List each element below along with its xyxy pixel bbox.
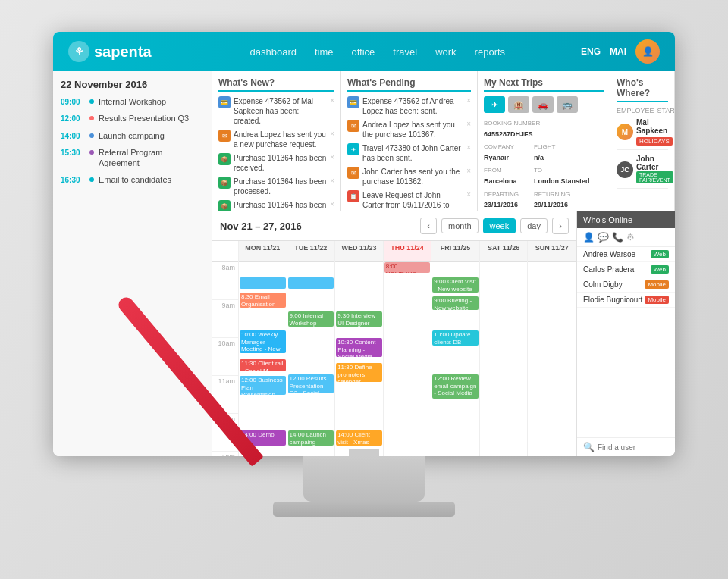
- event-tue-2[interactable]: 9:00 Internal Workshop - New website: [288, 311, 334, 327]
- event-fri-4[interactable]: 12:00 Review email campaign - Social Med…: [432, 374, 479, 399]
- pending-close-3[interactable]: ×: [466, 143, 471, 152]
- event-mon-2[interactable]: 8:30 Email Organisation - Xmas Campaign: [240, 293, 286, 308]
- cal-event-1: 09:00 Internal Workshop: [61, 96, 204, 107]
- news-close-3[interactable]: ×: [330, 153, 334, 161]
- where-header-employee: EMPLOYEE: [617, 107, 654, 114]
- online-name-3: Colm Digby: [583, 280, 623, 289]
- cal-text-4: Referral Program Agreement: [99, 147, 204, 169]
- online-user-4: Elodie Bugnicourt Mobile: [577, 293, 675, 308]
- logo-icon: ⚘: [68, 41, 89, 62]
- online-name-2: Carlos Pradera: [583, 265, 634, 274]
- pending-close-2[interactable]: ×: [466, 120, 471, 128]
- sidebar-calendar: 22 November 2016 09:00 Internal Workshop…: [53, 71, 212, 456]
- nav-office[interactable]: office: [352, 43, 375, 61]
- online-status-1: Web: [651, 250, 669, 258]
- app: ⚘ sapenta dashboard time office travel w…: [53, 32, 675, 456]
- event-fri-1[interactable]: 9:00 Client Visit - New website: [432, 277, 479, 293]
- online-icon-chat[interactable]: 💬: [598, 232, 609, 243]
- calendar-range: Nov 21 – 27, 2016: [220, 221, 420, 232]
- trip-car-icon[interactable]: 🚗: [532, 96, 554, 113]
- online-icon-person[interactable]: 👤: [583, 232, 595, 243]
- panel-whats-pending: What's Pending 💳 Expense 473562 of Andre…: [341, 71, 478, 211]
- calendar-prev-btn[interactable]: ‹: [420, 218, 437, 234]
- trip-bus-icon[interactable]: 🚌: [557, 96, 578, 113]
- news-close-1[interactable]: ×: [330, 96, 334, 105]
- event-fri-3[interactable]: 10:00 Update clients DB - Project: [432, 330, 479, 346]
- logo-text: sapenta: [94, 43, 152, 61]
- news-close-4[interactable]: ×: [330, 177, 334, 185]
- news-icon-4: 📦: [218, 177, 231, 189]
- event-mon-3[interactable]: 10:00 Weekly Manager Meeting - New websi…: [240, 330, 286, 353]
- event-wed-3[interactable]: 11:30 Define promoters calendar - Xmas C…: [336, 363, 382, 382]
- news-text-1: Expense 473562 of Mai Sapkeen has been: …: [234, 96, 327, 126]
- pending-close-1[interactable]: ×: [466, 96, 471, 105]
- news-close-2[interactable]: ×: [330, 130, 334, 138]
- nav-reports[interactable]: reports: [475, 43, 505, 61]
- pending-icon-1: 💳: [347, 96, 359, 108]
- where-avatar-2: JC: [617, 161, 633, 178]
- nav-travel[interactable]: travel: [393, 43, 417, 61]
- user-name: MAI: [610, 46, 626, 57]
- event-wed-1[interactable]: 9:30 Interview UI Designer New website: [336, 311, 382, 327]
- search-icon: 🔍: [583, 442, 595, 452]
- nav-work[interactable]: work: [435, 43, 456, 61]
- pending-icon-3: ✈: [347, 143, 359, 155]
- where-info-2: John Carter TRADE FAIR/EVENT: [636, 155, 673, 184]
- trip-to: London Stansted: [534, 176, 590, 186]
- monitor-base: [303, 456, 425, 502]
- event-mon-1[interactable]: [240, 277, 286, 289]
- pending-item-4: ✉ John Carter has sent you the purchase …: [347, 167, 471, 186]
- event-fri-2[interactable]: 9:00 Briefing - New website: [432, 296, 479, 310]
- user-avatar[interactable]: 👤: [635, 39, 660, 64]
- event-tue-3[interactable]: 12:00 Results Presentation Q3 - Social M…: [288, 374, 334, 393]
- event-mon-5[interactable]: 12:00 Business Plan Presentation - New w…: [240, 376, 286, 395]
- event-thu-holiday: 8:00 HOLIDAYS: [384, 262, 431, 273]
- time-1pm: 1pm: [212, 452, 238, 456]
- pending-text-1: Expense 473562 of Andrea Lopez has been:…: [362, 96, 463, 116]
- calendar-month-btn[interactable]: month: [441, 218, 479, 233]
- trip-flight-icon[interactable]: ✈: [484, 96, 505, 113]
- nav-time[interactable]: time: [315, 43, 334, 61]
- trip-hotel-icon[interactable]: 🏨: [508, 96, 529, 113]
- cal-event-2: 12:00 Results Presentation Q3: [61, 113, 204, 124]
- news-text-5: Purchase 101364 has been approved.: [234, 200, 327, 211]
- day-header-sun: SUN 11/27: [528, 241, 576, 262]
- week-grid: 8am 9am 10am 11am 12pm 1pm 2pm 3pm: [212, 241, 576, 456]
- calendar-next-btn[interactable]: ›: [552, 218, 569, 234]
- online-title: Who's Online: [583, 215, 632, 224]
- top-panels: What's New? 💳 Expense 473562 of Mai Sapk…: [212, 71, 675, 211]
- calendar-section: Nov 21 – 27, 2016 ‹ month week day ›: [212, 211, 675, 456]
- calendar-day-btn[interactable]: day: [520, 218, 548, 233]
- cal-dot-5: [89, 177, 94, 182]
- online-user-3: Colm Digby Mobile: [577, 277, 675, 293]
- panels: What's New? 💳 Expense 473562 of Mai Sapk…: [212, 71, 675, 456]
- news-close-5[interactable]: ×: [330, 200, 334, 208]
- day-col-fri: FRI 11/25 9:00 Client Visit - New websit…: [431, 241, 480, 456]
- panel-whats-new: What's New? 💳 Expense 473562 of Mai Sapk…: [212, 71, 341, 211]
- event-wed-2[interactable]: 10:30 Content Planning - Social Media Ca…: [336, 338, 382, 357]
- event-mon-4[interactable]: 11:30 Client rail - Social M...: [240, 359, 286, 371]
- pending-text-5: Leave Request of John Carter from 09/11/…: [362, 190, 463, 210]
- online-icon-phone[interactable]: 📞: [612, 232, 623, 243]
- pending-close-4[interactable]: ×: [466, 167, 471, 175]
- find-user-input[interactable]: [598, 443, 675, 452]
- event-tue-4[interactable]: 14:00 Launch campaing - New website: [288, 430, 334, 446]
- event-wed-4[interactable]: 14:00 Client visit - Xmas Campaign: [336, 430, 382, 446]
- pending-item-5: 📋 Leave Request of John Carter from 09/1…: [347, 190, 471, 210]
- news-item-5: 📦 Purchase 101364 has been approved. ×: [218, 200, 334, 211]
- pending-close-5[interactable]: ×: [466, 190, 471, 199]
- calendar-week-btn[interactable]: week: [483, 218, 516, 233]
- pending-item-2: ✉ Andrea Lopez has sent you the purchase…: [347, 120, 471, 139]
- nav-dashboard[interactable]: dashboard: [250, 43, 297, 61]
- language-selector[interactable]: ENG: [581, 46, 601, 57]
- event-tue-1[interactable]: [288, 277, 334, 289]
- online-header: Who's Online —: [577, 211, 675, 228]
- where-row-1: M Mai Sapkeen HOLIDAYS 22/11/2016 24/11/…: [617, 118, 668, 150]
- nav: dashboard time office travel work report…: [174, 43, 581, 61]
- day-header-thu: THU 11/24: [384, 241, 431, 262]
- trip-flight: n/a: [534, 152, 590, 163]
- trip-details: BOOKING NUMBER 6455287DHJFS COMPANY Ryan…: [484, 117, 604, 211]
- online-minimize-icon[interactable]: —: [661, 215, 669, 224]
- trip-booking-number: 6455287DHJFS: [484, 130, 533, 138]
- online-icon-settings[interactable]: ⚙: [626, 232, 635, 243]
